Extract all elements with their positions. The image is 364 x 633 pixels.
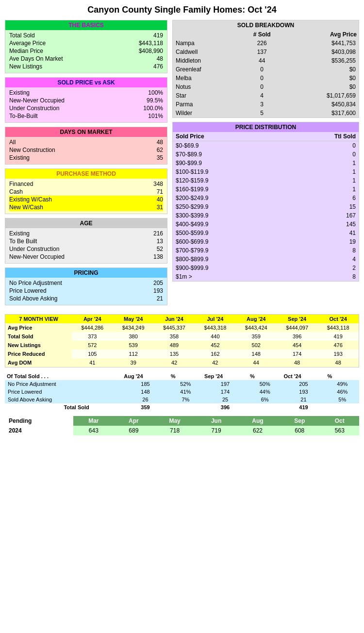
pd-total: 1 bbox=[282, 167, 359, 176]
ots-total-oct: 419 bbox=[281, 403, 325, 411]
pm-body: Financed 348 Cash 71 Existing W/Cash 40 … bbox=[5, 179, 167, 214]
sb-avg: $317,600 bbox=[284, 109, 359, 117]
ots-sep-pct: 50% bbox=[248, 380, 281, 388]
sb-sold: 4 bbox=[239, 91, 284, 100]
seven-month-cell: 41 bbox=[72, 358, 113, 367]
sb-avg: $441,753 bbox=[284, 39, 359, 48]
age-body: Existing 216 To Be Built 13 Under Constr… bbox=[5, 228, 167, 263]
price-dist-row: $70-$89.90 bbox=[173, 150, 359, 159]
seven-month-row: Price Reduced105112135162148174193 bbox=[5, 350, 359, 358]
pending-col-header: Jun bbox=[196, 416, 236, 426]
seven-month-row-label: New Listings bbox=[5, 341, 72, 350]
dom-card: DAYS ON MARKET All 48 New Construction 6… bbox=[5, 127, 167, 165]
pd-total: 2 bbox=[282, 264, 359, 272]
right-column: SOLD BREAKDOWN # Sold Avg Price Nampa226… bbox=[172, 20, 359, 309]
pd-total: 8 bbox=[282, 246, 359, 255]
spa-existing: Existing 100% bbox=[9, 89, 163, 97]
pd-total: 41 bbox=[282, 229, 359, 237]
seven-month-cell: 48 bbox=[317, 358, 359, 367]
seven-month-cell: $445,337 bbox=[154, 323, 195, 332]
ots-aug: 185 bbox=[122, 380, 168, 388]
ots-oct: 205 bbox=[281, 380, 325, 388]
sold-breakdown-row: Notus0$0 bbox=[173, 83, 359, 91]
pending-value: 689 bbox=[114, 426, 153, 435]
ots-row: Price Lowered 148 41% 174 44% 193 46% bbox=[5, 388, 359, 396]
seven-month-cell: $444,097 bbox=[277, 323, 317, 332]
dom-new-construction: New Construction 62 bbox=[9, 146, 163, 154]
ots-sep: 25 bbox=[202, 396, 248, 403]
price-dist-table: Sold Price Ttl Sold $0-$69.90$70-$89.90$… bbox=[173, 132, 359, 281]
ots-aug-pct: 52% bbox=[169, 380, 202, 388]
ots-aug-pct: 7% bbox=[169, 396, 202, 403]
price-dist-row: $800-$899.94 bbox=[173, 255, 359, 264]
basics-median-price: Median Price $408,990 bbox=[9, 47, 163, 55]
sb-avg: $403,098 bbox=[284, 48, 359, 56]
pd-total: 1 bbox=[282, 176, 359, 185]
price-dist-row: $600-$699.919 bbox=[173, 237, 359, 246]
ots-label: No Price Adjustment bbox=[5, 380, 122, 388]
seven-month-col-header: May '24 bbox=[113, 315, 153, 324]
seven-month-row-label: Avg Price bbox=[5, 323, 72, 332]
price-dist-row: $0-$69.90 bbox=[173, 141, 359, 150]
sb-sold: 0 bbox=[239, 83, 284, 91]
sb-city: Parma bbox=[173, 100, 239, 109]
pd-total: 145 bbox=[282, 220, 359, 229]
pm-cash: Cash 71 bbox=[9, 188, 163, 196]
pd-range: $160-$199.9 bbox=[173, 185, 282, 194]
pd-total: 0 bbox=[282, 141, 359, 150]
seven-month-cell: $443,118 bbox=[317, 323, 359, 332]
age-to-be-built: To Be Built 13 bbox=[9, 237, 163, 245]
sb-city: Nampa bbox=[173, 39, 239, 48]
sold-breakdown-row: Middleton44$536,255 bbox=[173, 56, 359, 65]
seven-month-cell: 42 bbox=[154, 358, 195, 367]
sb-city: Star bbox=[173, 91, 239, 100]
ots-col-aug: Aug '24 bbox=[122, 372, 168, 380]
pending-table: Pending MarAprMayJunAugSepOct 2024643689… bbox=[5, 416, 359, 435]
seven-month-cell: 489 bbox=[154, 341, 195, 350]
pending-value: 718 bbox=[153, 426, 196, 435]
pending-value: 643 bbox=[73, 426, 114, 435]
sb-sold: 226 bbox=[239, 39, 284, 48]
seven-month-cell: 48 bbox=[277, 358, 317, 367]
ots-col-sep-pct: % bbox=[248, 372, 281, 380]
ots-aug: 148 bbox=[122, 388, 168, 396]
ots-oct-pct: 5% bbox=[326, 396, 359, 403]
seven-month-cell: 193 bbox=[317, 350, 359, 358]
sold-breakdown-row: Nampa226$441,753 bbox=[173, 39, 359, 48]
pending-value: 622 bbox=[236, 426, 279, 435]
basics-card: THE BASICS Total Sold 419 Average Price … bbox=[5, 20, 167, 73]
ots-sep: 197 bbox=[202, 380, 248, 388]
seven-month-col-header: Sep '24 bbox=[277, 315, 317, 324]
ots-oct-pct: 49% bbox=[326, 380, 359, 388]
sold-breakdown-row: Caldwell137$403,098 bbox=[173, 48, 359, 56]
age-under-construction: Under Construction 52 bbox=[9, 245, 163, 253]
dom-existing: Existing 35 bbox=[9, 154, 163, 162]
ots-col-aug-pct: % bbox=[169, 372, 202, 380]
sb-avg: $0 bbox=[284, 83, 359, 91]
basics-body: Total Sold 419 Average Price $443,118 Me… bbox=[5, 30, 167, 73]
ots-col-label: Of Total Sold . . . bbox=[5, 372, 122, 380]
seven-month-row: Avg Price$444,286$434,249$445,337$443,31… bbox=[5, 323, 359, 332]
pd-total: 15 bbox=[282, 202, 359, 211]
sold-breakdown-row: Melba0$0 bbox=[173, 74, 359, 83]
seven-month-cell: $443,424 bbox=[236, 323, 277, 332]
pd-total: 4 bbox=[282, 255, 359, 264]
seven-month-cell: $434,249 bbox=[113, 323, 153, 332]
page-title: Canyon County Single Family Homes: Oct '… bbox=[5, 5, 359, 15]
pd-range: $100-$119.9 bbox=[173, 167, 282, 176]
sold-breakdown-table: # Sold Avg Price Nampa226$441,753Caldwel… bbox=[173, 30, 359, 117]
seven-month-table: 7 MONTH VIEW Apr '24May '24Jun '24Jul '2… bbox=[5, 314, 359, 367]
pd-range: $900-$999.9 bbox=[173, 264, 282, 272]
pending-year: 2024 bbox=[5, 426, 73, 435]
pm-header: PURCHASE METHOD bbox=[5, 169, 167, 179]
pd-range: $120-$159.9 bbox=[173, 176, 282, 185]
ots-header-row: Of Total Sold . . . Aug '24 % Sep '24 % … bbox=[5, 372, 359, 380]
pd-col-range: Sold Price bbox=[173, 132, 282, 141]
seven-month-cell: 39 bbox=[113, 358, 153, 367]
seven-month-col-header: Aug '24 bbox=[236, 315, 277, 324]
pricing-header: PRICING bbox=[5, 268, 167, 278]
seven-month-cell: 42 bbox=[195, 358, 235, 367]
basics-ave-dom: Ave Days On Market 48 bbox=[9, 55, 163, 63]
dom-all: All 48 bbox=[9, 138, 163, 146]
seven-month-header-label: 7 MONTH VIEW bbox=[5, 315, 72, 324]
